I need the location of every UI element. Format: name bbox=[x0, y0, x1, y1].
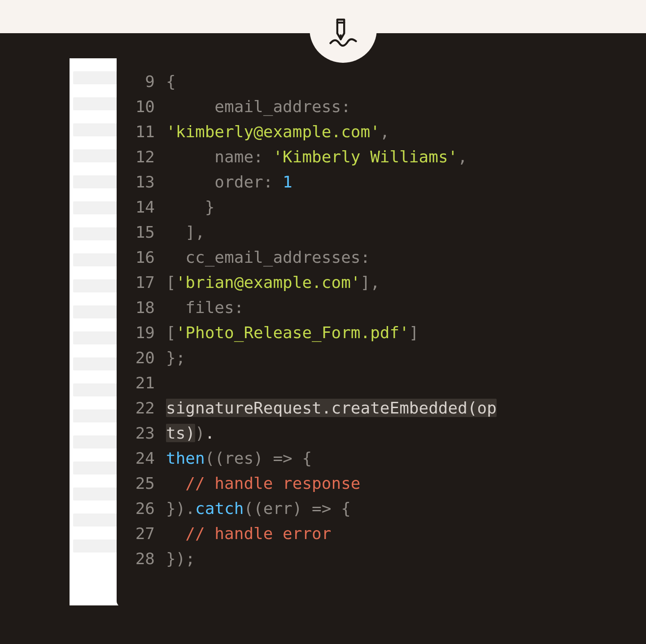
doc-line bbox=[73, 175, 120, 188]
doc-line bbox=[73, 540, 120, 553]
doc-line bbox=[73, 331, 120, 344]
doc-line bbox=[73, 201, 120, 214]
doc-line bbox=[73, 279, 120, 292]
code-editor[interactable]: 910111213141516171819202122232425262728 … bbox=[117, 33, 644, 607]
doc-line bbox=[73, 123, 120, 136]
doc-line bbox=[73, 227, 120, 240]
code-block: 910111213141516171819202122232425262728 … bbox=[130, 69, 497, 571]
doc-line bbox=[73, 253, 120, 266]
doc-line bbox=[73, 97, 120, 110]
doc-line bbox=[73, 71, 120, 84]
doc-line bbox=[73, 435, 120, 448]
doc-line bbox=[73, 383, 120, 396]
doc-line bbox=[73, 513, 120, 527]
doc-line bbox=[73, 487, 120, 500]
doc-line bbox=[73, 305, 120, 318]
code-lines[interactable]: { email_address:'kimberly@example.com', … bbox=[166, 69, 497, 571]
doc-line bbox=[73, 409, 120, 422]
doc-line bbox=[73, 357, 120, 370]
doc-line bbox=[73, 461, 120, 474]
doc-line bbox=[73, 149, 120, 162]
line-number-gutter: 910111213141516171819202122232425262728 bbox=[130, 69, 155, 571]
document-preview-strip bbox=[70, 58, 123, 605]
